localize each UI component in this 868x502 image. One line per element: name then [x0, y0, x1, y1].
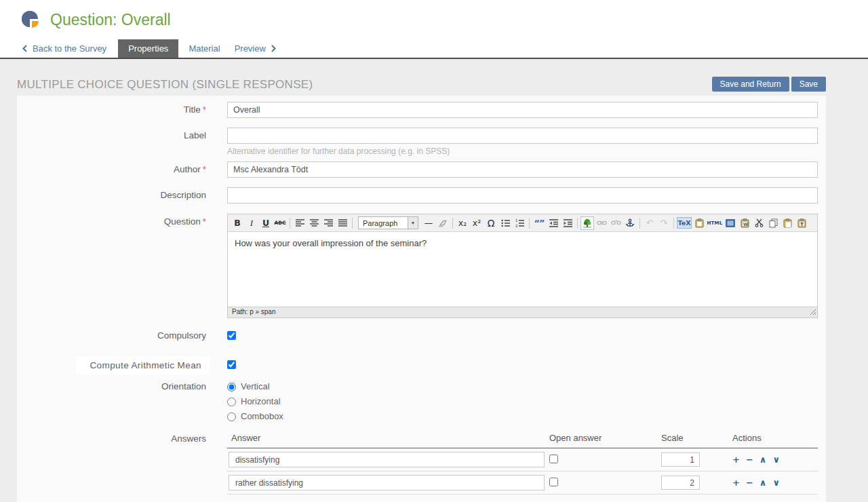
undo-icon[interactable]: ↶ [643, 216, 656, 230]
required-asterisk: * [203, 216, 206, 227]
chevron-down-icon: ▼ [408, 217, 418, 229]
orientation-options: Vertical Horizontal Combobox [227, 381, 818, 422]
scale-input[interactable] [661, 452, 700, 467]
remove-answer-icon[interactable]: − [746, 455, 753, 464]
orientation-label: Orientation [161, 381, 206, 391]
compulsory-label: Compulsory [157, 330, 206, 341]
top-header: Question: Overall [0, 0, 868, 39]
rich-text-editor: B I U ABC Paragraph ▼ [227, 214, 818, 318]
scale-input[interactable] [661, 476, 700, 490]
answers-table-header: Answer Open answer Scale Actions [227, 433, 818, 448]
arithmetic-mean-checkbox[interactable] [227, 360, 236, 369]
chevron-right-icon [271, 45, 277, 52]
combobox-radio[interactable] [227, 412, 236, 421]
superscript-icon[interactable]: x² [470, 216, 484, 230]
numbered-list-icon[interactable]: 12 [513, 216, 526, 230]
insert-link-icon[interactable] [595, 216, 608, 230]
page-title: Question: Overall [50, 11, 171, 29]
required-asterisk: * [203, 164, 206, 174]
tab-material[interactable]: Material [178, 39, 230, 58]
open-answer-checkbox[interactable] [549, 455, 558, 463]
bullet-list-icon[interactable] [498, 216, 512, 230]
svg-text:2: 2 [515, 224, 518, 228]
column-header-answer: Answer [227, 433, 549, 443]
compulsory-row: Compulsory [17, 330, 826, 343]
answer-row: + − ∧ ∨ [227, 471, 818, 495]
compulsory-checkbox[interactable] [227, 331, 236, 340]
align-right-icon[interactable] [321, 216, 335, 230]
horizontal-rule-icon[interactable]: — [422, 216, 435, 230]
add-answer-icon[interactable]: + [732, 478, 740, 487]
svg-text:W: W [743, 221, 748, 227]
editor-path-bar: Path: p » span [228, 307, 817, 317]
tex-formula-icon[interactable]: TeX [677, 217, 692, 229]
paste-icon[interactable] [692, 216, 706, 230]
preview-link[interactable]: Preview [235, 39, 277, 58]
insert-image-icon[interactable] [580, 216, 594, 230]
move-up-icon[interactable]: ∧ [760, 478, 767, 487]
resize-grip[interactable] [810, 309, 816, 317]
copy-icon[interactable] [766, 216, 780, 230]
move-up-icon[interactable]: ∧ [760, 455, 767, 464]
question-editor-page: Question: Overall Back to the Survey Pro… [0, 0, 868, 502]
description-row: Description [17, 187, 826, 204]
question-text-area[interactable]: How was your overall impression of the s… [228, 232, 817, 307]
vertical-radio[interactable] [227, 383, 236, 391]
move-down-icon[interactable]: ∨ [772, 455, 780, 464]
redo-icon[interactable]: ↷ [657, 216, 671, 230]
author-input[interactable] [227, 161, 818, 178]
anchor-icon[interactable] [623, 216, 637, 230]
italic-icon[interactable]: I [245, 216, 258, 230]
title-input[interactable] [227, 102, 818, 118]
orientation-option-horizontal[interactable]: Horizontal [227, 396, 818, 407]
paragraph-format-select[interactable]: Paragraph ▼ [358, 216, 418, 229]
orientation-row: Orientation Vertical Horizontal Combobox [17, 381, 826, 422]
underline-icon[interactable]: U [259, 216, 273, 230]
open-answer-checkbox[interactable] [549, 478, 558, 486]
orientation-option-combobox[interactable]: Combobox [227, 411, 818, 422]
author-row: Author* [17, 161, 826, 178]
strikethrough-icon[interactable]: ABC [273, 216, 287, 230]
bold-icon[interactable]: B [231, 216, 244, 230]
align-left-icon[interactable] [293, 216, 307, 230]
svg-text:1: 1 [515, 218, 518, 223]
subscript-icon[interactable]: x₂ [456, 216, 469, 230]
arithmetic-mean-label: Compute Arithmetic Mean [76, 356, 210, 374]
question-row: Question* B I U ABC [17, 214, 826, 318]
tab-bar: Back to the Survey Properties Material P… [0, 39, 868, 59]
column-header-actions: Actions [732, 433, 818, 443]
special-character-icon[interactable]: Ω [484, 216, 498, 230]
align-center-icon[interactable] [307, 216, 321, 230]
paste-clipboard-icon[interactable] [781, 216, 794, 230]
paste-from-word-icon[interactable]: W [738, 216, 751, 230]
blockquote-icon[interactable]: “” [532, 216, 546, 230]
answers-row: Answers Answer Open answer Scale Actions [17, 433, 826, 495]
description-input[interactable] [227, 187, 818, 204]
answers-label: Answers [171, 433, 206, 444]
title-label: Title [184, 104, 201, 115]
answer-text-input[interactable] [229, 452, 545, 467]
label-input[interactable] [227, 128, 818, 144]
cut-icon[interactable] [752, 216, 766, 230]
indent-icon[interactable] [561, 216, 574, 230]
align-justify-icon[interactable] [336, 216, 349, 230]
save-button[interactable]: Save [791, 77, 826, 92]
tab-properties[interactable]: Properties [118, 39, 178, 58]
back-to-survey-link[interactable]: Back to the Survey [22, 39, 106, 58]
horizontal-radio[interactable] [227, 398, 236, 406]
paste-as-text-icon[interactable]: T [795, 216, 808, 230]
html-source-icon[interactable]: HTML [707, 216, 723, 230]
orientation-option-vertical[interactable]: Vertical [227, 381, 818, 392]
svg-text:T: T [800, 221, 804, 227]
save-and-return-button[interactable]: Save and Return [712, 77, 789, 92]
move-down-icon[interactable]: ∨ [772, 478, 780, 487]
answer-text-input[interactable] [229, 475, 545, 490]
outdent-icon[interactable] [547, 216, 560, 230]
remove-format-eraser-icon[interactable] [436, 216, 450, 230]
remove-answer-icon[interactable]: − [746, 478, 753, 487]
fullscreen-icon[interactable] [724, 216, 737, 230]
column-header-open-answer: Open answer [549, 433, 661, 443]
unlink-icon[interactable] [609, 216, 623, 230]
author-label: Author [174, 164, 201, 174]
add-answer-icon[interactable]: + [732, 455, 740, 464]
